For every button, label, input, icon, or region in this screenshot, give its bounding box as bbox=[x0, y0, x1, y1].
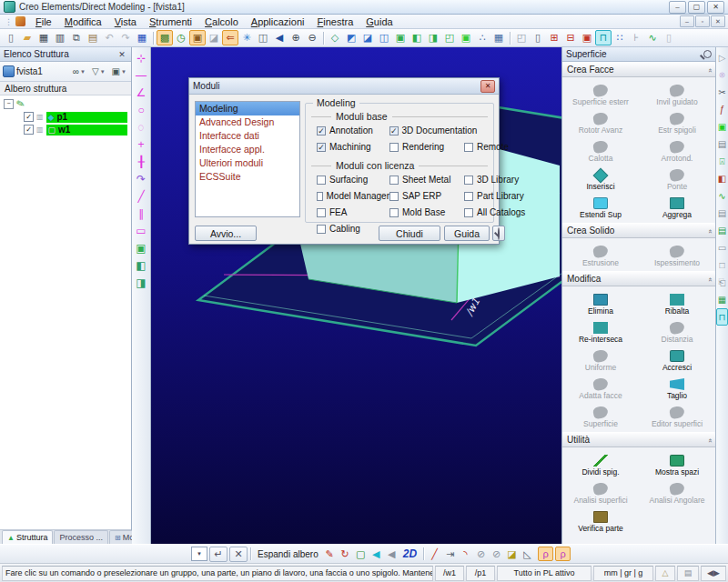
chart-tool-button[interactable]: ∿ bbox=[644, 30, 661, 45]
line-tool-button[interactable]: — bbox=[134, 66, 149, 84]
structure-tree-button[interactable]: ∴ bbox=[474, 30, 490, 45]
circle-off-2-button[interactable]: ⊘ bbox=[489, 547, 504, 561]
cube-delete-tool-button[interactable]: ◧ bbox=[716, 170, 728, 187]
module-sheet-metal[interactable]: Sheet Metal bbox=[389, 174, 464, 186]
doc-minimize-button[interactable]: ‒ bbox=[680, 15, 694, 27]
active-workplane[interactable]: /w1 bbox=[435, 566, 464, 581]
section-header-utilit[interactable]: Utilità« bbox=[562, 432, 715, 447]
module-model-manager[interactable]: Model Manager bbox=[317, 190, 389, 202]
sketch-redo-button[interactable]: ↻ bbox=[338, 547, 353, 561]
rho-tool-2-button[interactable]: ρ bbox=[555, 547, 571, 561]
speaker-muted-button[interactable]: ◀ bbox=[384, 547, 399, 561]
tab-struttura[interactable]: ▲Struttura bbox=[2, 530, 53, 544]
tree-row-w1[interactable]: ✓▥▢w1 bbox=[0, 124, 131, 135]
tool-uniforme[interactable]: Uniforme bbox=[562, 345, 639, 373]
tool-editor-superfici[interactable]: Editor superfici bbox=[639, 401, 715, 429]
arc-tool-button[interactable]: ↷ bbox=[134, 170, 149, 187]
tool-adatta-facce[interactable]: Adatta facce bbox=[562, 373, 639, 401]
doc-remove-button[interactable]: ⊟ bbox=[562, 30, 579, 45]
grid-cross-tool-button[interactable]: ╂ bbox=[134, 153, 149, 170]
doc-blank-button[interactable]: ▯ bbox=[530, 30, 546, 45]
menu-applicazioni[interactable]: Applicazioni bbox=[245, 15, 311, 29]
category-interfacce-appl[interactable]: Interfacce appl. bbox=[196, 143, 299, 156]
section-header-crea-solido[interactable]: Crea Solido« bbox=[562, 223, 715, 238]
lamp-highlight-tool-button[interactable]: ⊓ bbox=[716, 308, 728, 326]
fea-checkbox[interactable] bbox=[317, 208, 326, 217]
doc-close-button[interactable]: ✕ bbox=[711, 15, 725, 27]
undo-button[interactable]: ↶ bbox=[101, 30, 117, 45]
lamp-tool-button[interactable]: ⊓ bbox=[595, 30, 612, 45]
expand-tree-button[interactable]: Espandi albero bbox=[258, 549, 318, 559]
tool-aggrega[interactable]: Aggrega bbox=[639, 192, 715, 220]
3d-documentation-checkbox[interactable]: ✓ bbox=[389, 126, 399, 135]
remote-checkbox[interactable] bbox=[464, 143, 473, 152]
transparent-mode-button[interactable]: ◪ bbox=[206, 30, 222, 45]
copy-button[interactable]: ⧉ bbox=[68, 30, 85, 45]
rendering-checkbox[interactable] bbox=[389, 143, 399, 152]
view-options-button[interactable]: ▣▼ bbox=[110, 66, 128, 76]
tool-ribalta[interactable]: Ribalta bbox=[639, 288, 715, 316]
table-view-button[interactable]: ▦ bbox=[490, 30, 507, 45]
pin-icon[interactable] bbox=[703, 50, 712, 58]
delete-part-button[interactable]: ◰ bbox=[513, 30, 530, 45]
fit-view-button[interactable]: ⇐ bbox=[222, 30, 238, 45]
share-tool-button[interactable]: ⎗ bbox=[716, 274, 728, 291]
triangle-grey-button[interactable]: ◺ bbox=[520, 547, 535, 561]
tool-estr-spigoli[interactable]: Estr spigoli bbox=[639, 107, 715, 135]
zoom-in-button[interactable]: ⊕ bbox=[288, 30, 304, 45]
tool-mostra-spazi[interactable]: Mostra spazi bbox=[639, 449, 715, 477]
module-machining[interactable]: ✓Machining bbox=[317, 141, 389, 153]
shaded-mode-button[interactable]: ▩ bbox=[157, 30, 173, 45]
collapse-chevron-icon[interactable]: « bbox=[705, 68, 713, 70]
surfacing-checkbox[interactable] bbox=[317, 176, 326, 185]
tree-checkbox-p1[interactable]: ✓ bbox=[24, 112, 34, 122]
view-front-button[interactable]: ◩ bbox=[343, 30, 359, 45]
category-ecssuite[interactable]: ECSSuite bbox=[196, 170, 299, 184]
fixture-tool-button[interactable]: ⍓ bbox=[716, 153, 728, 170]
photo-tool-button[interactable]: ▤ bbox=[716, 135, 728, 153]
dialog-title-bar[interactable]: Moduli ✕ bbox=[189, 78, 499, 95]
annotation-checkbox[interactable]: ✓ bbox=[317, 126, 326, 135]
menu-calcolo[interactable]: Calcolo bbox=[198, 15, 245, 29]
tool-verifica-parte[interactable]: Verifica parte bbox=[562, 506, 639, 534]
box-mode-button[interactable]: ▣ bbox=[189, 30, 206, 45]
warning-icon[interactable]: △ bbox=[655, 566, 675, 581]
new-file-button[interactable]: ▯ bbox=[3, 30, 19, 45]
green-plane-button[interactable]: ▢ bbox=[353, 547, 369, 561]
module-annotation[interactable]: ✓Annotation bbox=[317, 125, 389, 136]
structure-panel-close-icon[interactable]: ✕ bbox=[116, 50, 127, 59]
view-back-button[interactable]: ◀ bbox=[271, 30, 288, 45]
fill-yellow-button[interactable]: ◪ bbox=[504, 547, 520, 561]
mode-2d-button[interactable]: 2D bbox=[403, 547, 417, 560]
circle-tool-button[interactable]: ○ bbox=[134, 101, 149, 118]
rho-tool-1-button[interactable]: ρ bbox=[538, 547, 553, 561]
tool-arrotond[interactable]: Arrotond. bbox=[639, 135, 715, 164]
collapse-chevron-icon[interactable]: « bbox=[705, 277, 713, 279]
cube-3d-tool-2-button[interactable]: ◨ bbox=[134, 274, 149, 291]
close-button[interactable]: ✕ bbox=[707, 1, 724, 14]
tool-superficie-esterr[interactable]: Superficie esterr bbox=[562, 79, 639, 107]
view-cube-2-button[interactable]: ◧ bbox=[409, 30, 425, 45]
green-face-tool-button[interactable]: ▣ bbox=[716, 118, 728, 135]
tool-analisi-superfici[interactable]: Analisi superfici bbox=[562, 477, 639, 506]
collapse-icon[interactable]: − bbox=[4, 99, 14, 109]
sheet-metal-checkbox[interactable] bbox=[389, 176, 399, 185]
avvio-button[interactable]: Avvio... bbox=[195, 226, 257, 241]
view-cube-4-button[interactable]: ◰ bbox=[441, 30, 458, 45]
minimize-button[interactable]: ‒ bbox=[669, 1, 686, 14]
category-modeling[interactable]: Modeling bbox=[196, 102, 299, 115]
grid-view-button[interactable]: ▣ bbox=[458, 30, 474, 45]
play-macro-button[interactable]: ▷ bbox=[716, 49, 728, 66]
dialog-pin-button[interactable] bbox=[492, 226, 505, 241]
save-all-button[interactable]: ▦ bbox=[134, 30, 150, 45]
active-part[interactable]: /p1 bbox=[466, 566, 495, 581]
view-cube-1-button[interactable]: ▣ bbox=[392, 30, 409, 45]
section-header-crea-facce[interactable]: Crea Facce« bbox=[562, 62, 715, 77]
machining-checkbox[interactable]: ✓ bbox=[317, 143, 326, 152]
paste-button[interactable]: ▤ bbox=[85, 30, 101, 45]
part-library-checkbox[interactable] bbox=[464, 192, 473, 201]
cut-path-button[interactable]: ✂ bbox=[716, 84, 728, 101]
save-package-button[interactable]: ▥ bbox=[52, 30, 68, 45]
tree-checkbox-w1[interactable]: ✓ bbox=[24, 125, 34, 135]
category-ulteriori-moduli[interactable]: Ulteriori moduli bbox=[196, 156, 299, 170]
